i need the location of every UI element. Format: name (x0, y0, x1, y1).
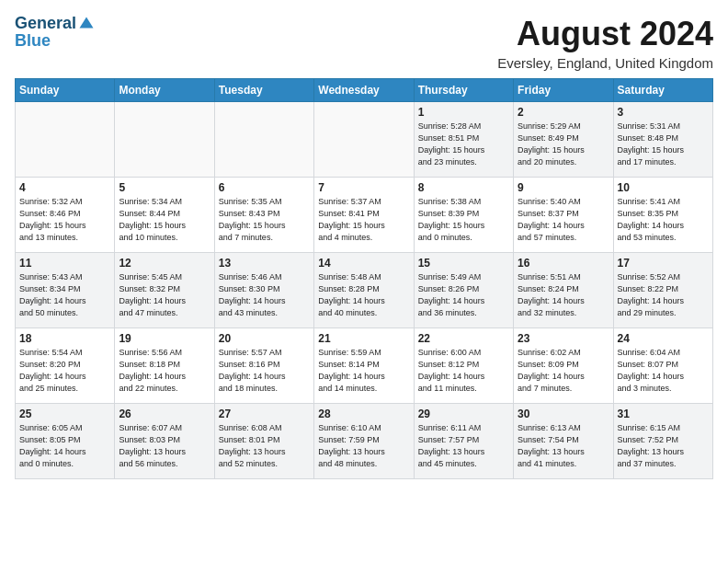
day-info: Sunrise: 5:54 AM Sunset: 8:20 PM Dayligh… (19, 347, 110, 395)
calendar-cell: 27Sunrise: 6:08 AM Sunset: 8:01 PM Dayli… (214, 404, 313, 479)
calendar-cell: 15Sunrise: 5:49 AM Sunset: 8:26 PM Dayli… (414, 253, 513, 328)
calendar-cell: 9Sunrise: 5:40 AM Sunset: 8:37 PM Daylig… (514, 178, 613, 253)
calendar-cell: 11Sunrise: 5:43 AM Sunset: 8:34 PM Dayli… (16, 253, 115, 328)
day-info: Sunrise: 5:46 AM Sunset: 8:30 PM Dayligh… (219, 271, 310, 319)
calendar-week-row: 11Sunrise: 5:43 AM Sunset: 8:34 PM Dayli… (16, 253, 713, 328)
day-number: 14 (318, 257, 409, 270)
day-info: Sunrise: 5:56 AM Sunset: 8:18 PM Dayligh… (119, 347, 210, 395)
calendar-cell: 7Sunrise: 5:37 AM Sunset: 8:41 PM Daylig… (314, 178, 414, 253)
calendar-cell: 29Sunrise: 6:11 AM Sunset: 7:57 PM Dayli… (414, 404, 513, 479)
calendar-cell: 24Sunrise: 6:04 AM Sunset: 8:07 PM Dayli… (613, 328, 712, 404)
day-number: 5 (119, 181, 210, 194)
calendar-cell: 2Sunrise: 5:29 AM Sunset: 8:49 PM Daylig… (514, 102, 613, 178)
calendar-cell: 5Sunrise: 5:34 AM Sunset: 8:44 PM Daylig… (115, 178, 214, 253)
calendar-day-header: Friday (514, 79, 613, 102)
calendar-cell: 26Sunrise: 6:07 AM Sunset: 8:03 PM Dayli… (115, 404, 214, 479)
calendar-cell: 3Sunrise: 5:31 AM Sunset: 8:48 PM Daylig… (613, 102, 712, 178)
calendar-cell (214, 102, 313, 178)
location: Eversley, England, United Kingdom (497, 55, 713, 71)
calendar-cell: 13Sunrise: 5:46 AM Sunset: 8:30 PM Dayli… (214, 253, 313, 328)
day-info: Sunrise: 5:32 AM Sunset: 8:46 PM Dayligh… (19, 196, 110, 244)
day-number: 15 (418, 257, 509, 270)
day-info: Sunrise: 5:51 AM Sunset: 8:24 PM Dayligh… (518, 271, 609, 319)
title-block: August 2024 Eversley, England, United Ki… (497, 15, 713, 71)
day-number: 22 (418, 332, 509, 345)
day-info: Sunrise: 5:52 AM Sunset: 8:22 PM Dayligh… (618, 271, 709, 319)
day-info: Sunrise: 6:08 AM Sunset: 8:01 PM Dayligh… (219, 422, 310, 470)
day-info: Sunrise: 6:07 AM Sunset: 8:03 PM Dayligh… (119, 422, 210, 470)
calendar-cell: 20Sunrise: 5:57 AM Sunset: 8:16 PM Dayli… (214, 328, 313, 404)
calendar-cell: 30Sunrise: 6:13 AM Sunset: 7:54 PM Dayli… (514, 404, 613, 479)
calendar-day-header: Wednesday (314, 79, 414, 102)
calendar-cell: 31Sunrise: 6:15 AM Sunset: 7:52 PM Dayli… (613, 404, 712, 479)
calendar-cell: 14Sunrise: 5:48 AM Sunset: 8:28 PM Dayli… (314, 253, 414, 328)
calendar-cell: 8Sunrise: 5:38 AM Sunset: 8:39 PM Daylig… (414, 178, 513, 253)
day-number: 18 (19, 332, 110, 345)
day-number: 10 (618, 181, 709, 194)
month-title: August 2024 (497, 15, 713, 53)
day-number: 31 (618, 408, 709, 420)
day-number: 7 (318, 181, 409, 194)
day-info: Sunrise: 6:13 AM Sunset: 7:54 PM Dayligh… (518, 422, 609, 470)
calendar-cell: 28Sunrise: 6:10 AM Sunset: 7:59 PM Dayli… (314, 404, 414, 479)
day-number: 20 (219, 332, 310, 345)
day-info: Sunrise: 5:34 AM Sunset: 8:44 PM Dayligh… (119, 196, 210, 244)
calendar-cell: 19Sunrise: 5:56 AM Sunset: 8:18 PM Dayli… (115, 328, 214, 404)
calendar-cell: 23Sunrise: 6:02 AM Sunset: 8:09 PM Dayli… (514, 328, 613, 404)
day-info: Sunrise: 6:05 AM Sunset: 8:05 PM Dayligh… (19, 422, 110, 470)
calendar-cell: 12Sunrise: 5:45 AM Sunset: 8:32 PM Dayli… (115, 253, 214, 328)
calendar-cell (115, 102, 214, 178)
day-number: 17 (618, 257, 709, 270)
day-info: Sunrise: 6:02 AM Sunset: 8:09 PM Dayligh… (518, 347, 609, 395)
calendar-day-header: Monday (115, 79, 214, 102)
day-number: 11 (19, 257, 110, 270)
day-number: 3 (618, 106, 709, 119)
day-number: 12 (119, 257, 210, 270)
day-info: Sunrise: 5:43 AM Sunset: 8:34 PM Dayligh… (19, 271, 110, 319)
calendar-cell: 10Sunrise: 5:41 AM Sunset: 8:35 PM Dayli… (613, 178, 712, 253)
calendar-cell: 6Sunrise: 5:35 AM Sunset: 8:43 PM Daylig… (214, 178, 313, 253)
logo: General Blue (15, 15, 97, 51)
calendar-table: SundayMondayTuesdayWednesdayThursdayFrid… (15, 78, 713, 479)
day-number: 2 (518, 106, 609, 119)
calendar-day-header: Sunday (16, 79, 115, 102)
calendar-day-header: Saturday (613, 79, 712, 102)
day-number: 4 (19, 181, 110, 194)
day-info: Sunrise: 5:38 AM Sunset: 8:39 PM Dayligh… (418, 196, 509, 244)
calendar-week-row: 18Sunrise: 5:54 AM Sunset: 8:20 PM Dayli… (16, 328, 713, 404)
day-number: 21 (318, 332, 409, 345)
calendar-cell (314, 102, 414, 178)
day-number: 30 (518, 408, 609, 420)
calendar-week-row: 1Sunrise: 5:28 AM Sunset: 8:51 PM Daylig… (16, 102, 713, 178)
calendar-page: General Blue August 2024 Eversley, Engla… (0, 0, 728, 563)
day-number: 26 (119, 408, 210, 420)
day-number: 8 (418, 181, 509, 194)
logo-text: General (15, 15, 97, 33)
day-number: 23 (518, 332, 609, 345)
calendar-cell (16, 102, 115, 178)
day-info: Sunrise: 6:10 AM Sunset: 7:59 PM Dayligh… (318, 422, 409, 470)
day-number: 25 (19, 408, 110, 420)
calendar-day-header: Thursday (414, 79, 513, 102)
day-number: 29 (418, 408, 509, 420)
calendar-cell: 17Sunrise: 5:52 AM Sunset: 8:22 PM Dayli… (613, 253, 712, 328)
calendar-cell: 22Sunrise: 6:00 AM Sunset: 8:12 PM Dayli… (414, 328, 513, 404)
svg-marker-0 (80, 17, 94, 29)
calendar-cell: 1Sunrise: 5:28 AM Sunset: 8:51 PM Daylig… (414, 102, 513, 178)
day-number: 27 (219, 408, 310, 420)
calendar-cell: 25Sunrise: 6:05 AM Sunset: 8:05 PM Dayli… (16, 404, 115, 479)
logo-icon (78, 16, 95, 32)
logo-blue: Blue (15, 31, 97, 51)
day-info: Sunrise: 5:28 AM Sunset: 8:51 PM Dayligh… (418, 121, 509, 168)
day-info: Sunrise: 5:41 AM Sunset: 8:35 PM Dayligh… (618, 196, 709, 244)
day-info: Sunrise: 5:49 AM Sunset: 8:26 PM Dayligh… (418, 271, 509, 319)
calendar-day-header: Tuesday (214, 79, 313, 102)
day-number: 19 (119, 332, 210, 345)
calendar-cell: 18Sunrise: 5:54 AM Sunset: 8:20 PM Dayli… (16, 328, 115, 404)
day-info: Sunrise: 5:57 AM Sunset: 8:16 PM Dayligh… (219, 347, 310, 395)
calendar-week-row: 25Sunrise: 6:05 AM Sunset: 8:05 PM Dayli… (16, 404, 713, 479)
day-info: Sunrise: 6:15 AM Sunset: 7:52 PM Dayligh… (618, 422, 709, 470)
day-info: Sunrise: 5:37 AM Sunset: 8:41 PM Dayligh… (318, 196, 409, 244)
calendar-cell: 21Sunrise: 5:59 AM Sunset: 8:14 PM Dayli… (314, 328, 414, 404)
day-info: Sunrise: 5:31 AM Sunset: 8:48 PM Dayligh… (618, 121, 709, 168)
